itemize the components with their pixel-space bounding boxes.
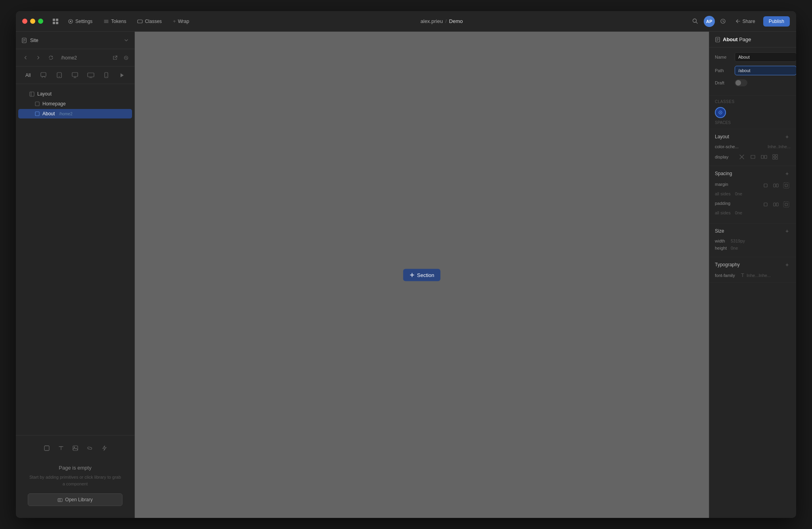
nav-bar: /home2 [16,49,134,67]
margin-subsection: margin [715,181,791,196]
font-family-row: font-family T Inhe...Inhe... [715,272,791,278]
back-button[interactable] [20,52,31,63]
settings-button[interactable]: Settings [65,17,96,26]
library-icon [57,497,63,502]
spacing-add-button[interactable]: + [783,170,791,177]
size-add-button[interactable]: + [783,227,791,235]
svg-rect-29 [35,102,39,106]
display-row: display [715,152,791,162]
refresh-button[interactable] [45,52,56,63]
text-icon[interactable] [56,443,67,454]
padding-split-icon[interactable] [772,200,780,209]
margin-individual-icon[interactable] [782,181,791,190]
margin-split-icon[interactable] [772,181,780,190]
svg-rect-52 [773,157,775,159]
class-badge[interactable] [715,107,726,118]
padding-individual-icon[interactable] [782,200,791,209]
sidebar-site-header: Site [16,32,134,49]
all-view-icon[interactable]: All [24,71,32,80]
grid-icon[interactable] [51,17,60,26]
typography-section-header: Typography + [715,261,791,268]
display-grid-icon[interactable] [770,152,780,162]
history-icon[interactable] [719,17,728,26]
display-flex-row-icon[interactable] [759,152,769,162]
padding-subsection: padding [715,200,791,215]
svg-rect-54 [764,184,767,187]
svg-point-25 [106,76,107,77]
svg-rect-22 [88,73,94,77]
svg-rect-6 [138,20,142,23]
margin-all-sides-label: all sides 0ne [715,191,791,196]
name-input[interactable] [735,52,796,62]
minimize-button[interactable] [30,19,35,24]
sidebar-item-homepage[interactable]: Homepage [18,99,132,109]
image-icon[interactable] [70,443,81,454]
external-link-icon[interactable] [111,53,119,62]
titlebar-center: alex.prieu / Demo [197,18,686,24]
font-icon: T [741,272,744,278]
svg-rect-31 [44,446,49,451]
settings-icon[interactable] [122,53,130,62]
wrap-button[interactable]: + Wrap [170,17,192,26]
size-section-header: Size + [715,227,791,235]
svg-rect-53 [776,157,778,159]
display-none-icon[interactable] [737,152,747,162]
display-block-icon[interactable] [748,152,758,162]
titlebar: Settings Tokens Classes + Wrap alex.prie… [16,11,796,32]
titlebar-right: AP Share Publish [691,16,790,27]
svg-marker-26 [121,73,124,77]
svg-rect-51 [776,155,778,157]
plus-icon [410,272,415,277]
close-button[interactable] [22,19,27,24]
page-icon-sm [35,101,40,106]
spacing-section: Spacing + margin [709,166,796,223]
box-icon[interactable] [41,443,52,454]
svg-line-8 [696,22,698,24]
section-add-button[interactable]: Section [403,269,440,281]
padding-single-icon[interactable] [761,200,770,209]
share-button[interactable]: Share [732,17,759,26]
page-icon [21,38,27,43]
width-row: width 5319py [715,239,791,243]
sidebar-item-layout[interactable]: Layout [18,89,132,99]
tokens-button[interactable]: Tokens [100,17,129,26]
search-icon[interactable] [691,17,700,26]
left-sidebar: Site [16,32,135,518]
link-icon[interactable] [84,443,95,454]
play-icon[interactable] [118,71,126,80]
path-field-row: Path [715,66,791,75]
color-scheme-row: color-sche... Inhe..Inhe... [715,144,791,149]
forward-button[interactable] [33,52,44,63]
layout-section-header: Layout + [715,133,791,140]
circle-icon [718,110,723,115]
mobile-icon[interactable] [102,71,111,80]
canvas[interactable]: Section [135,32,709,518]
svg-rect-0 [53,19,55,21]
margin-single-icon[interactable] [761,181,770,190]
traffic-lights [22,19,43,24]
layout-add-button[interactable]: + [783,133,791,140]
classes-button[interactable]: Classes [134,17,165,26]
publish-button[interactable]: Publish [763,16,790,27]
name-field-row: Name [715,52,791,62]
layout-icon [29,92,34,97]
open-library-button[interactable]: Open Library [28,493,123,506]
draft-field-row: Draft [715,79,791,86]
avatar[interactable]: AP [704,16,715,27]
desktop-icon[interactable] [71,71,79,80]
sidebar-item-about[interactable]: About /home2 [18,109,132,118]
maximize-button[interactable] [38,19,43,24]
svg-rect-55 [774,184,776,187]
chevron-down-icon[interactable] [124,38,129,43]
widescreen-icon[interactable] [86,71,95,80]
size-section: Size + width 5319py height 0ne [709,223,796,257]
typography-add-button[interactable]: + [783,261,791,268]
comment-icon[interactable] [39,71,48,80]
element-toolbar [20,439,130,457]
svg-rect-49 [764,155,767,159]
path-input[interactable] [735,66,796,75]
tablet-icon[interactable] [55,71,64,80]
lightning-icon[interactable] [98,443,109,454]
draft-toggle[interactable] [735,79,747,86]
svg-rect-58 [783,183,789,188]
